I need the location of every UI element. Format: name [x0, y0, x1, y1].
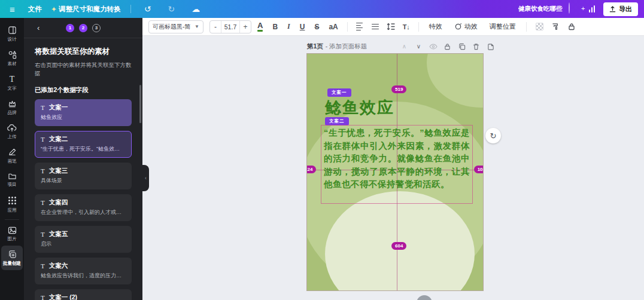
sparkle-icon: ✦ [51, 6, 56, 13]
text-field-icon: T [41, 262, 45, 270]
list-button[interactable] [369, 20, 382, 33]
data-field-item[interactable]: T文案五 启示 [35, 226, 132, 253]
transparency-button[interactable] [536, 23, 543, 30]
data-field-item[interactable]: T文案四 在企业管理中，引入新的人才或竞争机制... [35, 194, 132, 221]
italic-button[interactable]: I [284, 22, 294, 31]
page-title-placeholder[interactable]: - 添加页面标题 [326, 42, 367, 51]
insights-icon[interactable] [589, 5, 596, 13]
hide-page-icon[interactable] [429, 42, 438, 51]
animate-button[interactable]: 动效 [449, 22, 482, 31]
delete-page-icon[interactable] [472, 42, 481, 51]
panel-subtitle: 右击页面中的素材并将其关联至下方数据 [35, 61, 132, 78]
field-tag-title[interactable]: 文案一 [327, 88, 351, 97]
font-family-select[interactable]: 可画标题黑-简▼ [148, 20, 203, 33]
panel-scrollbar[interactable] [139, 85, 141, 123]
avatar[interactable]: + [569, 3, 581, 15]
avatar-image [569, 2, 570, 14]
position-button[interactable]: 调整位置 [485, 22, 521, 31]
move-page-down-icon[interactable]: ∨ [414, 42, 423, 51]
lock-page-icon[interactable] [443, 42, 452, 51]
rotate-button[interactable]: ↻ [485, 128, 501, 143]
sidebar-item-bulk-create[interactable]: 批量创建 [1, 246, 23, 270]
sidebar-item-projects[interactable]: 项目 [0, 168, 24, 191]
sidebar-item-text[interactable]: T 文字 [0, 71, 24, 95]
text-field-icon: T [41, 199, 45, 206]
top-menu-bar: ≡ 文件 ✦调整尺寸和魔力转换 ↺ ↻ ☁ 健康饮食吃哪些 + 导出 [0, 0, 644, 18]
divider [526, 22, 527, 32]
text-field-icon: T [41, 294, 45, 300]
redo-icon[interactable]: ↻ [164, 4, 178, 14]
sidebar-item-elements[interactable]: 素材 [0, 46, 24, 71]
pen-icon [8, 148, 17, 157]
scroll-indicator [417, 295, 432, 300]
font-size-decrease[interactable]: - [210, 23, 221, 31]
divider [347, 22, 348, 32]
text-color-button[interactable]: A [254, 22, 266, 32]
text-icon: T [10, 75, 15, 84]
field-tag-body[interactable]: 文案二 [325, 117, 349, 125]
upload-icon [609, 6, 616, 13]
spacing-button[interactable] [384, 20, 397, 33]
sidebar-item-apps[interactable]: 应用 [0, 191, 24, 217]
undo-icon[interactable]: ↺ [141, 4, 155, 14]
data-field-item[interactable]: T文案一 鲶鱼效应 [35, 99, 132, 126]
text-align-button[interactable] [353, 20, 366, 33]
text-field-icon: T [41, 104, 45, 111]
measure-badge-bottom: 604 [391, 242, 406, 250]
duplicate-page-icon[interactable] [457, 42, 466, 51]
bulk-create-icon [8, 250, 17, 259]
file-menu[interactable]: 文件 [28, 5, 42, 14]
folder-icon [8, 172, 17, 180]
poster-title-text[interactable]: 鲶鱼效应 [325, 97, 394, 118]
font-size-stepper: - 51.7 + [209, 20, 251, 33]
menu-icon[interactable]: ≡ [6, 4, 19, 14]
back-button[interactable]: ‹ [37, 23, 40, 32]
data-field-item[interactable]: T文案一 (2) 木桶效应 [35, 289, 132, 300]
divider [130, 5, 131, 13]
sidebar-item-draw[interactable]: 画笔 [0, 143, 24, 168]
text-color-swatch [257, 30, 263, 32]
format-toolbar: 可画标题黑-简▼ - 51.7 + A B I U S aA T↓ 特效 动效 … [142, 18, 644, 36]
sidebar-item-photos[interactable]: 图片 [0, 222, 24, 246]
vertical-text-button[interactable]: T↓ [400, 20, 413, 33]
font-size-value[interactable]: 51.7 [221, 21, 240, 33]
fields-added-count: 已添加2个数据字段 [35, 86, 132, 94]
sidebar-item-uploads[interactable]: 上传 [0, 120, 24, 143]
cloud-save-icon: ☁ [188, 4, 203, 14]
font-size-increase[interactable]: + [240, 23, 251, 31]
text-case-button[interactable]: aA [325, 23, 341, 31]
panel-title: 将数据关联至你的素材 [35, 47, 132, 57]
sidebar-item-design[interactable]: 设计 [0, 22, 24, 46]
underline-button[interactable]: U [296, 23, 309, 31]
move-page-up-icon[interactable]: ∧ [400, 42, 409, 51]
strikethrough-button[interactable]: S [311, 23, 323, 31]
elements-icon [8, 50, 17, 59]
measure-badge-left: 124 [307, 166, 316, 173]
measure-badge-right: 102 [474, 166, 483, 173]
bold-button[interactable]: B [269, 23, 281, 31]
add-page-icon[interactable] [486, 42, 495, 51]
chevron-down-icon: ▼ [195, 24, 199, 29]
copy-style-button[interactable] [549, 20, 563, 33]
data-field-item[interactable]: T文案六 鲶鱼效应告诉我们，适度的压力和竞争是... [35, 258, 132, 284]
design-page[interactable]: 文案一 鲶鱼效应 文案二 “生于忧患，死于安乐。”鲶鱼效应是指在群体中引入外来因… [307, 54, 483, 290]
export-button[interactable]: 导出 [603, 2, 638, 16]
document-title[interactable]: 健康饮食吃哪些 [518, 5, 563, 13]
sidebar-item-brand[interactable]: 品牌 [0, 95, 24, 120]
lock-button[interactable] [565, 20, 578, 33]
step-1[interactable]: 1 [66, 24, 74, 32]
data-field-item[interactable]: T文案二 “生于忧患，死于安乐。”鲶鱼效应是指在... [35, 131, 132, 158]
resize-magic-switch[interactable]: ✦调整尺寸和魔力转换 [51, 5, 121, 14]
panel-collapse-handle[interactable]: ‹ [142, 165, 149, 191]
effects-button[interactable]: 特效 [424, 22, 447, 31]
step-3[interactable]: 3 [92, 24, 101, 32]
page-header[interactable]: 第1页 - 添加页面标题 [307, 42, 367, 51]
data-field-item[interactable]: T文案三 具体场景 [35, 163, 132, 189]
data-field-list: T文案一 鲶鱼效应 T文案二 “生于忧患，死于安乐。”鲶鱼效应是指在... T文… [35, 99, 132, 300]
add-member-icon[interactable]: + [581, 5, 585, 12]
poster-body-textbox[interactable]: “生于忧患，死于安乐。”鲶鱼效应是指在群体中引入外来因素，激发群体的活力和竞争力… [321, 125, 473, 204]
divider [418, 22, 419, 32]
text-field-icon: T [41, 136, 45, 143]
panel-header: ‹ 1 2 3 [24, 18, 142, 38]
step-2[interactable]: 2 [79, 24, 87, 32]
